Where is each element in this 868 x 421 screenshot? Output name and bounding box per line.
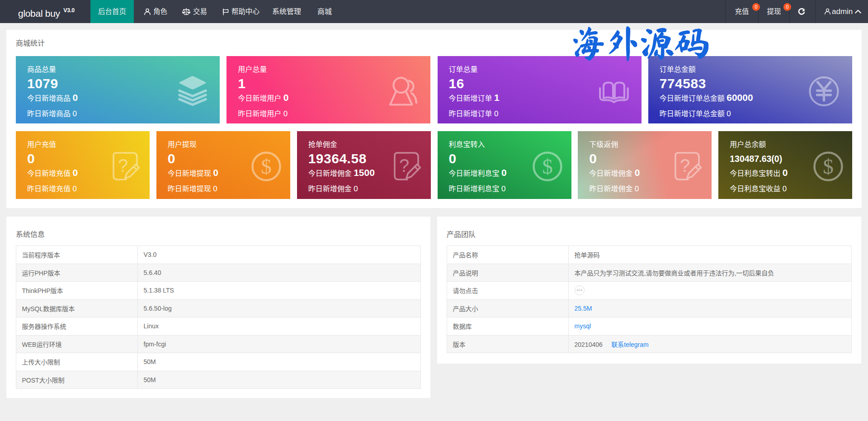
svg-text:?: ? xyxy=(399,156,409,175)
svg-text:$: $ xyxy=(261,155,272,178)
svg-text:$: $ xyxy=(542,155,553,178)
svg-text:?: ? xyxy=(680,156,690,175)
svg-text:$: $ xyxy=(823,155,834,178)
svg-text:?: ? xyxy=(118,156,128,175)
